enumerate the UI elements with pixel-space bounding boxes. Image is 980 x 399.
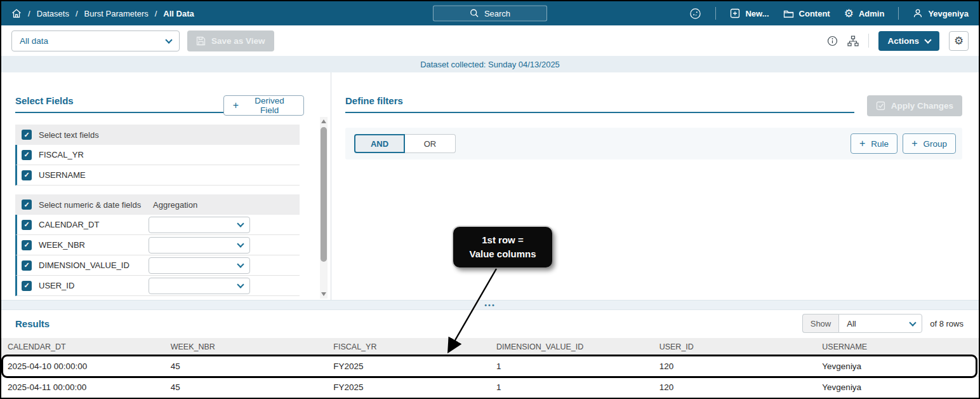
add-group-button[interactable]: + Group — [903, 133, 956, 154]
numeric-fields-group-label: Select numeric & date fields — [39, 200, 141, 210]
aggregation-select-dimension-value-id[interactable] — [149, 257, 250, 274]
fields-scrollbar[interactable] — [320, 117, 328, 299]
results-table: CALENDAR_DT WEEK_NBR FISCAL_YR DIMENSION… — [1, 338, 979, 398]
save-icon — [196, 36, 206, 46]
show-rows-value: All — [847, 319, 856, 328]
add-rule-button[interactable]: + Rule — [851, 133, 897, 154]
user-name: Yevgeniya — [928, 9, 969, 18]
toolbar-right: Actions ⚙ — [827, 31, 969, 51]
and-toggle[interactable]: AND — [354, 134, 405, 153]
cell-calendar-dt: 2025-04-10 00:00:00 — [1, 362, 164, 371]
checkbox-select-numeric-fields[interactable]: ✓ — [22, 200, 32, 210]
view-select[interactable]: All data — [11, 30, 180, 51]
numeric-fields-group-header: ✓ Select numeric & date fields Aggregati… — [15, 194, 300, 215]
column-header-user-id[interactable]: USER_ID — [653, 342, 816, 351]
rows-count-text: of 8 rows — [930, 319, 963, 328]
field-label: WEEK_NBR — [39, 240, 85, 250]
actions-label: Actions — [887, 36, 919, 46]
checkbox-dimension-value-id[interactable]: ✓ — [22, 260, 32, 271]
save-as-view-button[interactable]: Save as View — [187, 30, 274, 51]
chevron-down-icon — [237, 240, 244, 247]
rule-label: Rule — [871, 139, 889, 149]
breadcrumb-separator: / — [155, 9, 157, 18]
or-toggle[interactable]: OR — [405, 134, 456, 153]
field-label: USERNAME — [39, 170, 86, 180]
results-title: Results — [15, 318, 50, 329]
field-row-week-nbr: ✓ WEEK_NBR — [15, 235, 300, 255]
show-rows-select[interactable]: All — [838, 314, 922, 333]
derived-field-button[interactable]: + Derived Field — [223, 95, 304, 116]
scroll-up-arrow-icon[interactable] — [321, 119, 326, 123]
new-label: New... — [745, 9, 769, 18]
results-header: Results Show All of 8 rows — [1, 314, 979, 333]
aggregation-select-user-id[interactable] — [149, 278, 250, 294]
apply-changes-button[interactable]: Apply Changes — [867, 95, 962, 116]
annotation-line1: 1st row = — [482, 233, 523, 247]
aggregation-select-week-nbr[interactable] — [149, 237, 250, 254]
home-icon[interactable] — [11, 8, 22, 18]
cell-week-nbr: 45 — [164, 382, 328, 392]
field-row-fiscal-yr: ✓ FISCAL_YR — [15, 145, 300, 165]
navbar-divider — [898, 7, 899, 20]
cell-dimension-value-id: 1 — [490, 382, 653, 392]
checkbox-select-text-fields[interactable]: ✓ — [22, 130, 32, 140]
content-menu[interactable]: Content — [783, 9, 830, 18]
aggregation-select-calendar-dt[interactable] — [149, 217, 250, 233]
drag-dots-icon: ••• — [484, 301, 496, 309]
column-header-week-nbr[interactable]: WEEK_NBR — [164, 342, 328, 351]
select-fields-header: Select Fields + Derived Field — [15, 95, 331, 116]
breadcrumb-separator: / — [28, 9, 30, 18]
table-row[interactable]: 2025-04-11 00:00:00 45 FY2025 1 120 Yevg… — [1, 377, 979, 398]
checkbox-fiscal-yr[interactable]: ✓ — [22, 150, 32, 160]
navbar-actions: New... Content ⚙ Admin — [689, 7, 969, 20]
annotation-line2: Value columns — [469, 247, 536, 261]
select-fields-panel: Select Fields + Derived Field ✓ Select t… — [1, 72, 331, 300]
settings-gear-button[interactable]: ⚙ — [949, 31, 969, 51]
cell-user-id: 120 — [653, 382, 816, 392]
and-or-toggle: AND OR — [354, 134, 456, 153]
breadcrumb-separator: / — [76, 9, 78, 18]
breadcrumb-item-datasets[interactable]: Datasets — [37, 9, 69, 18]
scroll-down-arrow-icon[interactable] — [321, 292, 326, 296]
user-menu[interactable]: Yevgeniya — [913, 8, 969, 18]
panel-resize-handle[interactable]: ••• — [1, 300, 979, 310]
group-label: Group — [923, 139, 947, 149]
show-label: Show — [802, 314, 839, 333]
scrollbar-thumb[interactable] — [321, 127, 327, 262]
results-section: Results Show All of 8 rows CALENDAR_DT W… — [1, 310, 979, 398]
checkbox-username[interactable]: ✓ — [22, 170, 32, 180]
checkbox-calendar-dt[interactable]: ✓ — [22, 220, 32, 230]
admin-menu[interactable]: ⚙ Admin — [844, 8, 885, 19]
column-header-dimension-value-id[interactable]: DIMENSION_VALUE_ID — [490, 342, 653, 351]
column-header-calendar-dt[interactable]: CALENDAR_DT — [1, 342, 164, 351]
check-square-icon — [876, 101, 885, 111]
table-row[interactable]: 2025-04-10 00:00:00 45 FY2025 1 120 Yevg… — [1, 356, 979, 377]
breadcrumb-item-burst-parameters[interactable]: Burst Parameters — [84, 9, 149, 18]
info-icon[interactable] — [827, 36, 838, 46]
content-label: Content — [799, 9, 830, 18]
text-fields-group-header: ✓ Select text fields — [15, 125, 300, 145]
results-controls: Show All of 8 rows — [802, 314, 963, 333]
field-label: USER_ID — [39, 281, 74, 290]
column-header-fiscal-yr[interactable]: FISCAL_YR — [327, 342, 490, 351]
chevron-down-icon — [237, 220, 244, 227]
search-button[interactable]: Search — [433, 6, 547, 22]
field-row-username: ✓ USERNAME — [15, 165, 300, 186]
define-filters-title: Define filters — [345, 95, 854, 113]
table-header-row: CALENDAR_DT WEEK_NBR FISCAL_YR DIMENSION… — [1, 338, 979, 356]
chevron-down-icon — [237, 260, 244, 267]
actions-button[interactable]: Actions — [878, 31, 939, 51]
folder-icon — [783, 9, 794, 18]
new-menu[interactable]: New... — [730, 8, 769, 18]
lineage-icon[interactable] — [847, 36, 859, 46]
filter-builder: AND OR + Rule + Group — [345, 128, 962, 159]
plus-icon: + — [911, 139, 917, 149]
cell-week-nbr: 45 — [164, 362, 328, 371]
checkbox-user-id[interactable]: ✓ — [22, 281, 32, 291]
checkbox-week-nbr[interactable]: ✓ — [22, 240, 32, 250]
aggregation-column-label: Aggregation — [153, 200, 197, 210]
column-header-username[interactable]: USERNAME — [816, 342, 979, 351]
admin-gear-icon: ⚙ — [844, 8, 854, 19]
annotation-callout: 1st row = Value columns — [453, 227, 552, 267]
explore-icon[interactable] — [689, 8, 701, 20]
